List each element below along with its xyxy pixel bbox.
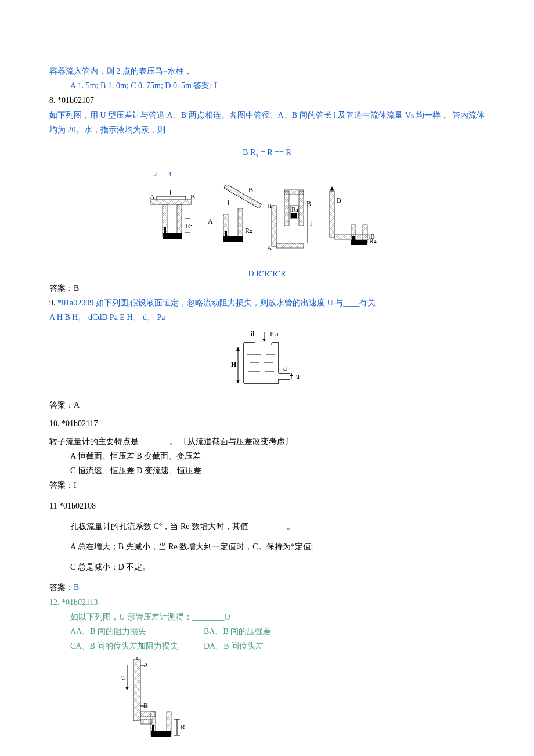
q9-options: A H B H、 dCdD Pa E H、 d、 Pa [49, 310, 485, 325]
q12-optA: AA、B 间的阻力损失 [70, 624, 204, 639]
svg-rect-28 [284, 190, 304, 195]
q8-formula-rest: = R == R [258, 148, 291, 157]
q11-head: 11 *01b02108 [49, 499, 485, 513]
svg-text:B: B [267, 202, 272, 210]
q8-figures: A B l R₁ B A l R₂ A B [49, 185, 485, 261]
q11-answer-label: 答案： [49, 583, 74, 592]
q10-optB: C 恒流速、恒压差 D 变流速、恒压差 [49, 463, 485, 478]
svg-text:R₄: R₄ [369, 237, 377, 245]
q12-figure: A B u R [49, 657, 485, 744]
svg-text:B: B [337, 196, 341, 204]
svg-text:H: H [231, 361, 237, 369]
svg-text:A: A [208, 217, 213, 225]
q12-optB: BA、B 间的压强差 [204, 624, 271, 639]
svg-text:l: l [169, 189, 172, 197]
svg-rect-21 [225, 231, 227, 237]
svg-marker-72 [236, 347, 240, 351]
svg-marker-82 [125, 687, 129, 690]
q8-sub34: 3 4 [49, 169, 485, 179]
q8-fig3: A B R₃ B l [267, 190, 312, 252]
svg-rect-10 [164, 227, 166, 234]
svg-text:R₁: R₁ [186, 222, 193, 230]
svg-text:A: A [267, 244, 272, 252]
q10-body: 转子流量计的主要特点是 _______。 〔从流道截面与压差改变考虑〕 [49, 434, 485, 449]
svg-rect-36 [330, 191, 334, 237]
q12-opts-row1: AA、B 间的阻力损失 BA、B 间的压强差 [49, 624, 485, 639]
svg-text:B: B [143, 701, 148, 710]
q8-body-row: 如下列图，用 U 型压差计与管道 A、B 两点相连。各图中管径、A、B 间的管长… [49, 108, 485, 123]
svg-rect-88 [152, 725, 154, 732]
svg-text:u: u [121, 674, 125, 682]
svg-rect-0 [151, 200, 192, 204]
svg-marker-49 [262, 339, 266, 342]
svg-rect-14 [224, 185, 262, 208]
svg-rect-30 [291, 213, 297, 218]
q12-optD: DA、B 间位头差 [204, 639, 264, 653]
q12-head: 12. *01b02113 [49, 595, 485, 610]
q9-figure: il P a d u H [49, 328, 485, 392]
svg-text:d: d [283, 365, 287, 373]
q8-answer: 答案：B [49, 281, 485, 296]
svg-rect-19 [238, 208, 243, 240]
svg-marker-38 [330, 186, 334, 190]
q9-svg: il P a d u H [221, 328, 313, 392]
q9-num: 9. [49, 298, 57, 307]
svg-text:R₃: R₃ [291, 206, 299, 214]
q8-formula-b: B R [243, 148, 255, 157]
q8-fig4: B B R₄ [330, 186, 377, 245]
svg-text:R₂: R₂ [245, 226, 252, 235]
svg-rect-75 [134, 660, 140, 721]
q10-answer: 答案：I [49, 478, 485, 492]
svg-text:l: l [310, 219, 312, 228]
svg-text:R: R [181, 723, 185, 731]
q10-head: 10. *01b02117 [49, 416, 485, 431]
q7-tail-options: A 1. 5m; B 1. 0m; C 0. 75m; D 0. 5m 答案: … [49, 78, 485, 93]
svg-text:B: B [306, 200, 311, 208]
svg-text:l: l [228, 199, 230, 207]
q8-fig2: B A l R₂ [208, 185, 261, 242]
q11-optA: A 总在增大；B 先减小，当 Re 数增大到一定值时，C。保持为*定值; [49, 539, 485, 554]
svg-rect-27 [299, 191, 304, 226]
svg-rect-89 [140, 719, 152, 724]
q7-tail-line1: 容器流入管内，则 2 点的表压马=水柱， [49, 64, 485, 78]
q8-svg: A B l R₁ B A l R₂ A B [145, 185, 389, 261]
svg-text:A: A [143, 661, 149, 669]
q12-optC: CA、B 间的位头差加阻力揭失 [70, 639, 204, 653]
svg-rect-23 [272, 206, 276, 246]
svg-rect-45 [352, 236, 355, 241]
q8-fig1: A B l R₁ [150, 189, 195, 239]
q8-body1-right: 管内流体 [452, 108, 485, 123]
q12-svg: A B u R [119, 657, 200, 744]
q8-body1: 如下列图，用 U 型压差计与管道 A、B 两点相连。各图中管径、A、B 间的管长… [49, 108, 449, 123]
q9-answer: 答案：A [49, 398, 485, 412]
q9-line1: 9. *01a02099 如下列图,假设液面恒定，忽略流动阻力损失，则放水管的出… [49, 296, 485, 310]
q8-body2: 均为 20。水，指示液均为汞，则 [49, 123, 485, 137]
svg-rect-26 [284, 191, 289, 226]
q9-body: *01a02099 如下列图,假设液面恒定，忽略流动阻力损失，则放水管的出速度 … [57, 298, 376, 307]
q11-body: 孔板流量计的孔流系数 C°，当 Re 数增大时，其值 _________。 [49, 519, 485, 534]
svg-rect-44 [351, 240, 367, 245]
svg-text:B: B [190, 193, 195, 201]
svg-text:il: il [251, 330, 255, 338]
svg-text:u: u [296, 372, 300, 380]
svg-text:A: A [150, 193, 155, 201]
svg-rect-35 [276, 243, 304, 248]
q8-caption-d: D R˜R˜R˜R [49, 267, 485, 281]
svg-marker-73 [236, 380, 240, 383]
q12-body: 如以下列图，U 形管压差计测得：________O [49, 610, 485, 624]
q12-opts-row2: CA、B 间的位头差加阻力揭失 DA、B 间位头差 [49, 639, 485, 653]
svg-text:B: B [248, 186, 253, 194]
q11-answer-val: B [74, 583, 79, 592]
q8-formula: B Rx = R == R [49, 145, 485, 161]
q8-head: 8. *01b02107 [49, 93, 485, 107]
svg-text:P a: P a [270, 330, 279, 338]
q11-optB: C 总是减小；D 不定。 [49, 560, 485, 574]
q10-optA: A 恒截面、恒压差 B 变截面、变压差 [49, 449, 485, 463]
svg-rect-8 [177, 204, 182, 236]
q11-answer: 答案：B [49, 580, 485, 595]
